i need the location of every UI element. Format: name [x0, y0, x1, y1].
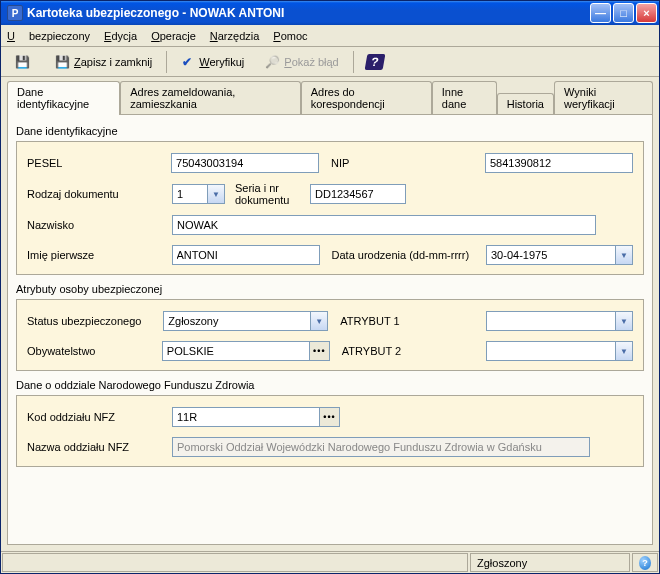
group-atrybuty: Status ubezpieczonego ▼ ATRYBUT 1 ▼ Obyw… — [16, 299, 644, 371]
menu-operacje[interactable]: Operacje — [151, 30, 196, 42]
close-button[interactable]: × — [636, 3, 657, 23]
combo-data-urodzenia[interactable]: ▼ — [486, 245, 633, 265]
section-title-atrybuty: Atrybuty osoby ubezpieczonej — [16, 283, 644, 295]
help-icon: ? — [364, 54, 385, 70]
titlebar[interactable]: P Kartoteka ubezpieczonego - NOWAK ANTON… — [1, 1, 659, 25]
save-close-button[interactable]: 💾 Zapisz i zamknij — [45, 50, 161, 74]
input-atrybut1[interactable] — [486, 311, 616, 331]
floppy-red-icon: 💾 — [54, 54, 70, 70]
input-status[interactable] — [163, 311, 311, 331]
input-rodzaj-dokumentu[interactable] — [172, 184, 208, 204]
label-imie: Imię pierwsze — [27, 249, 172, 261]
help-circle-icon: ? — [639, 556, 651, 570]
statusbar: Zgłoszony ? — [1, 551, 659, 573]
show-error-button: 🔎 Pokaż błąd — [255, 50, 347, 74]
maximize-button[interactable]: □ — [613, 3, 634, 23]
toolbar: 💾 💾 Zapisz i zamknij ✔ Weryfikuj 🔎 Pokaż… — [1, 47, 659, 77]
chevron-down-icon[interactable]: ▼ — [208, 184, 225, 204]
chevron-down-icon[interactable]: ▼ — [616, 311, 633, 331]
input-seria-nr[interactable] — [310, 184, 406, 204]
input-imie[interactable] — [172, 245, 320, 265]
combo-atrybut1[interactable]: ▼ — [486, 311, 633, 331]
menu-narzedzia[interactable]: Narzędzia — [210, 30, 260, 42]
menubar: Ubezpieczony Edycja Operacje Narzędzia P… — [1, 25, 659, 47]
label-nazwisko: Nazwisko — [27, 219, 172, 231]
combo-status[interactable]: ▼ — [163, 311, 328, 331]
content-area: Dane identyfikacyjne PESEL NIP Rodzaj do… — [1, 114, 659, 551]
tab-dane-identyfikacyjne[interactable]: Dane identyfikacyjne — [7, 81, 120, 115]
input-nazwisko[interactable] — [172, 215, 596, 235]
verify-label: Weryfikuj — [199, 56, 244, 68]
combo-rodzaj-dokumentu[interactable]: ▼ — [172, 184, 225, 204]
combo-obywatelstwo[interactable]: ••• — [162, 341, 330, 361]
status-left — [2, 553, 468, 572]
minimize-button[interactable]: — — [590, 3, 611, 23]
section-title-identyfikacyjne: Dane identyfikacyjne — [16, 125, 644, 137]
app-icon: P — [7, 5, 23, 21]
label-atrybut1: ATRYBUT 1 — [340, 315, 486, 327]
input-atrybut2[interactable] — [486, 341, 616, 361]
combo-kod-nfz[interactable]: ••• — [172, 407, 340, 427]
separator — [166, 51, 167, 73]
status-text: Zgłoszony — [470, 553, 630, 572]
ellipsis-icon[interactable]: ••• — [320, 407, 340, 427]
tabbar: Dane identyfikacyjne Adres zameldowania,… — [1, 77, 659, 114]
floppy-icon: 💾 — [14, 54, 30, 70]
chevron-down-icon[interactable]: ▼ — [311, 311, 328, 331]
label-pesel: PESEL — [27, 157, 171, 169]
tab-adres-korespondencji[interactable]: Adres do korespondencji — [301, 81, 432, 114]
input-nazwa-nfz — [172, 437, 590, 457]
input-kod-nfz[interactable] — [172, 407, 320, 427]
warn-icon: 🔎 — [264, 54, 280, 70]
label-nip: NIP — [331, 157, 485, 169]
save-close-label: Zapisz i zamknij — [74, 56, 152, 68]
menu-ubezpieczony[interactable]: Ubezpieczony — [7, 30, 90, 42]
label-data-urodzenia: Data urodzenia (dd-mm-rrrr) — [332, 250, 486, 261]
menu-edycja[interactable]: Edycja — [104, 30, 137, 42]
save-button[interactable]: 💾 — [5, 50, 43, 74]
window-title: Kartoteka ubezpieczonego - NOWAK ANTONI — [27, 6, 590, 20]
show-error-label: Pokaż błąd — [284, 56, 338, 68]
app-window: P Kartoteka ubezpieczonego - NOWAK ANTON… — [0, 0, 660, 574]
label-kod-nfz: Kod oddziału NFZ — [27, 411, 172, 423]
help-button[interactable]: ? — [357, 50, 397, 74]
label-atrybut2: ATRYBUT 2 — [342, 345, 486, 357]
tab-historia[interactable]: Historia — [497, 93, 554, 114]
tab-inne-dane[interactable]: Inne dane — [432, 81, 497, 114]
input-pesel[interactable] — [171, 153, 319, 173]
label-obywatelstwo: Obywatelstwo — [27, 345, 162, 357]
chevron-down-icon[interactable]: ▼ — [616, 245, 633, 265]
check-icon: ✔ — [179, 54, 195, 70]
chevron-down-icon[interactable]: ▼ — [616, 341, 633, 361]
label-status: Status ubezpieczonego — [27, 315, 163, 327]
section-title-nfz: Dane o oddziale Narodowego Funduszu Zdro… — [16, 379, 644, 391]
menu-pomoc[interactable]: Pomoc — [273, 30, 307, 42]
verify-button[interactable]: ✔ Weryfikuj — [170, 50, 253, 74]
label-seria-nr: Seria i nr dokumentu — [235, 182, 310, 206]
input-data-urodzenia[interactable] — [486, 245, 616, 265]
label-rodzaj-dokumentu: Rodzaj dokumentu — [27, 188, 172, 200]
tab-adres-zameldowania[interactable]: Adres zameldowania, zamieszkania — [120, 81, 301, 114]
label-nazwa-nfz: Nazwa oddziału NFZ — [27, 441, 172, 453]
input-obywatelstwo[interactable] — [162, 341, 310, 361]
combo-atrybut2[interactable]: ▼ — [486, 341, 633, 361]
tab-wyniki-weryfikacji[interactable]: Wyniki weryfikacji — [554, 81, 653, 114]
input-nip[interactable] — [485, 153, 633, 173]
separator — [353, 51, 354, 73]
group-nfz: Kod oddziału NFZ ••• Nazwa oddziału NFZ — [16, 395, 644, 467]
group-identyfikacyjne: PESEL NIP Rodzaj dokumentu ▼ Seria i nr … — [16, 141, 644, 275]
status-help-button[interactable]: ? — [632, 553, 658, 572]
ellipsis-icon[interactable]: ••• — [310, 341, 330, 361]
